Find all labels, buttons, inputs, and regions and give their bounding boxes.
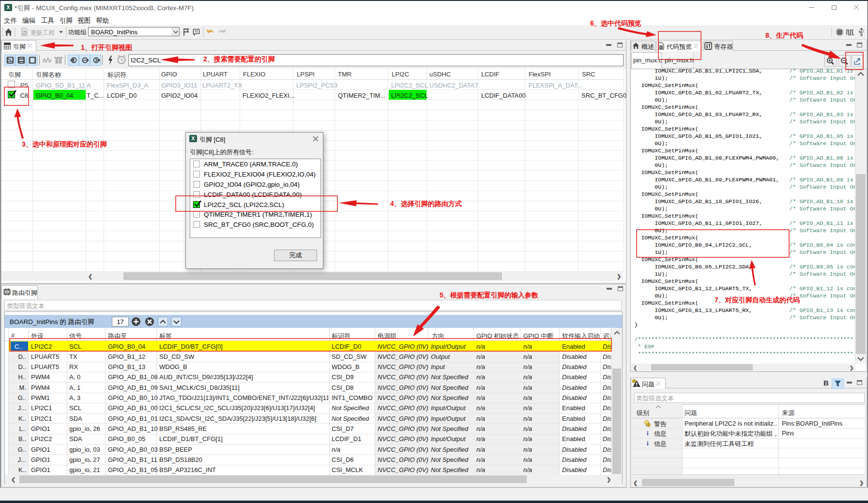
svg-text:!: !: [634, 380, 635, 383]
svg-text:!: !: [648, 423, 649, 427]
svg-text:c: c: [660, 45, 662, 49]
